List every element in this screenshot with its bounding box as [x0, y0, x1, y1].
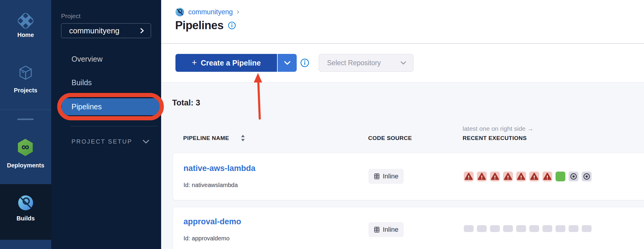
execution-status-success-icon[interactable]: [556, 172, 565, 181]
pipeline-name-link[interactable]: native-aws-lambda: [183, 164, 256, 173]
column-header-code-source: CODE SOURCE: [368, 135, 412, 141]
total-count: Total: 3: [172, 98, 200, 108]
inline-store-icon: [374, 173, 380, 180]
execution-status-empty-slot: [542, 225, 552, 232]
sidebar-item-builds[interactable]: Builds: [71, 78, 92, 87]
sidebar-divider: [71, 126, 158, 126]
pipeline-name-link[interactable]: approval-demo: [183, 217, 241, 226]
sort-icon[interactable]: [240, 134, 245, 142]
deployments-icon[interactable]: ∞: [17, 139, 34, 156]
execution-status-empty-slot: [556, 225, 565, 232]
chevron-down-icon: [400, 61, 406, 65]
column-header-pipeline-name: PIPELINE NAME: [183, 135, 229, 141]
project-selector-value: communityeng: [69, 26, 119, 35]
breadcrumb-project-link[interactable]: communityeng: [188, 8, 233, 16]
builds-module-icon: [175, 7, 184, 17]
module-rail: Home Projects ∞ Deployments: [0, 0, 51, 249]
pipeline-id: Id: approvaldemo: [183, 235, 230, 242]
create-pipeline-label: Create a Pipeline: [201, 59, 261, 67]
rail-item-projects[interactable]: Projects: [0, 87, 51, 94]
code-source-label: Inline: [383, 172, 399, 180]
chevron-down-icon: [284, 61, 291, 65]
execution-status-failed-icon[interactable]: [516, 172, 526, 181]
project-section-label: Project: [61, 13, 80, 20]
execution-status-aborted-icon[interactable]: [582, 172, 592, 181]
recent-executions: [464, 225, 592, 232]
inline-store-icon: [374, 226, 380, 233]
rail-item-builds: Builds: [0, 215, 51, 222]
pipeline-row[interactable]: native-aws-lambda Id: nativeawslambda In…: [173, 153, 644, 200]
header-divider: [161, 43, 644, 44]
project-setup-label: PROJECT SETUP: [71, 138, 132, 145]
execution-status-empty-slot: [582, 225, 592, 232]
chevron-right-icon: [139, 28, 145, 34]
executions-hint: latest one on right side →: [463, 125, 533, 132]
rail-collapsed-modules-dash[interactable]: [17, 119, 34, 120]
execution-status-failed-icon[interactable]: [477, 172, 487, 181]
column-header-recent-executions: RECENT EXECUTIONS: [463, 135, 527, 141]
execution-status-empty-slot: [529, 225, 539, 232]
create-pipeline-caret-button[interactable]: [278, 54, 297, 72]
execution-status-aborted-icon[interactable]: [569, 172, 578, 181]
execution-status-empty-slot: [490, 225, 500, 232]
project-setup-toggle[interactable]: PROJECT SETUP: [71, 138, 150, 145]
pipelines-info-icon[interactable]: [228, 21, 236, 29]
chevron-down-icon: [142, 139, 150, 144]
execution-status-empty-slot: [477, 225, 487, 232]
execution-status-empty-slot: [516, 225, 526, 232]
create-pipeline-split-button: + Create a Pipeline: [175, 54, 297, 72]
execution-status-failed-icon[interactable]: [529, 172, 539, 181]
plus-icon: +: [192, 58, 197, 67]
sidebar-item-pipelines-active[interactable]: Pipelines: [62, 98, 160, 115]
repository-select[interactable]: Select Repository: [319, 54, 413, 72]
execution-status-failed-icon[interactable]: [464, 172, 474, 181]
execution-status-empty-slot: [464, 225, 474, 232]
code-source-badge: Inline: [368, 222, 404, 237]
sidebar-item-overview[interactable]: Overview: [71, 55, 102, 63]
rail-item-deployments[interactable]: Deployments: [0, 162, 51, 169]
execution-status-failed-icon[interactable]: [503, 172, 513, 181]
pipeline-id: Id: nativeawslambda: [183, 182, 238, 189]
create-pipeline-button[interactable]: + Create a Pipeline: [175, 54, 277, 72]
builds-ci-icon: [18, 195, 34, 212]
execution-status-empty-slot: [569, 225, 578, 232]
page-title: Pipelines: [175, 19, 223, 32]
repository-select-placeholder: Select Repository: [327, 59, 381, 67]
project-sidebar: Project communityeng Overview Builds Pip…: [51, 0, 161, 249]
code-source-badge: Inline: [368, 169, 404, 184]
recent-executions: [464, 172, 592, 181]
execution-status-failed-icon[interactable]: [490, 172, 500, 181]
home-icon[interactable]: [17, 12, 35, 31]
rail-item-home[interactable]: Home: [0, 32, 51, 38]
rail-divider: [0, 110, 51, 110]
code-source-label: Inline: [383, 226, 399, 234]
title-row: Pipelines: [175, 19, 236, 32]
execution-status-empty-slot: [503, 225, 513, 232]
project-selector[interactable]: communityeng: [61, 23, 151, 38]
execution-status-failed-icon[interactable]: [542, 172, 552, 181]
breadcrumb-separator: ›: [237, 8, 239, 15]
create-pipeline-info-icon[interactable]: [300, 58, 309, 67]
pipeline-row[interactable]: approval-demo Id: approvaldemo Inline: [173, 207, 644, 249]
projects-cube-icon[interactable]: [18, 65, 33, 82]
rail-active-module-builds[interactable]: Builds: [0, 184, 51, 240]
breadcrumb: communityeng ›: [175, 7, 239, 17]
main-content: communityeng › Pipelines + Create a Pipe…: [161, 0, 644, 249]
pipelines-page: Home Projects ∞ Deployments: [0, 0, 644, 249]
